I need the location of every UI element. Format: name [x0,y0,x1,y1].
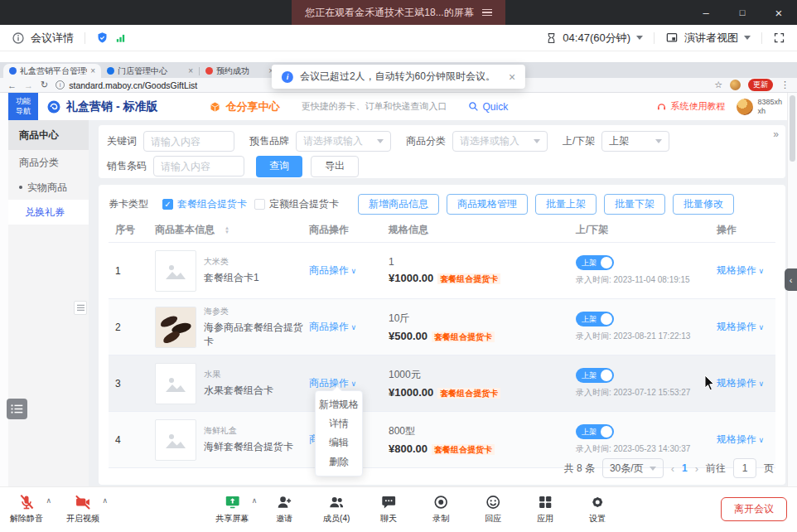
shelf-toggle[interactable]: 上架 [576,255,614,270]
meeting-titlebar: 您正在观看金禾通技术王斌18...的屏幕 [0,0,797,25]
view-mode-label[interactable]: 演讲者视图 [684,31,738,46]
shelf-toggle[interactable]: 上架 [576,368,614,383]
invite-button[interactable]: 邀请 [263,494,306,525]
browser-menu-icon[interactable]: ⋮ [780,80,790,90]
network-signal-icon[interactable] [114,32,127,44]
start-video-button[interactable]: 开启视频 [61,494,104,525]
scrollbar-thumb[interactable] [790,95,795,162]
close-button[interactable] [761,0,797,25]
batch-edit-button[interactable]: 批量修改 [673,194,734,215]
members-button[interactable]: 成员(4) [315,494,358,525]
brand-select[interactable]: 请选择或输入 [296,131,391,152]
view-mode-icon [665,31,679,44]
collapse-chevrons-icon[interactable] [773,128,777,140]
back-icon[interactable]: ← [7,80,17,90]
sidebar-collapse-handle[interactable] [74,301,87,315]
barcode-input[interactable] [153,156,244,177]
batch-on-shelf-button[interactable]: 批量上架 [535,194,597,215]
spec-op-dropdown[interactable]: 规格操作 [717,377,764,389]
spec-op-dropdown[interactable]: 规格操作 [717,433,764,445]
sidebar-item-physical-goods[interactable]: 实物商品 [8,175,89,200]
spec-op-dropdown[interactable]: 规格操作 [717,264,764,276]
menu-item-edit[interactable]: 编辑 [316,433,362,452]
shelf-toggle[interactable]: 上架 [576,312,614,326]
maximize-button[interactable] [724,0,761,25]
browser-update-badge[interactable]: 更新 [748,79,773,91]
share-options-caret[interactable] [252,496,258,505]
fixed-card-checkbox-label[interactable]: 定额组合提货卡 [269,197,339,211]
unmute-button[interactable]: 解除静音 [5,494,48,525]
page-size-select[interactable]: 30条/页 [602,458,664,478]
current-page[interactable]: 1 [682,462,688,474]
tab-close-icon[interactable] [188,66,193,75]
record-button[interactable]: 录制 [419,494,462,525]
product-op-dropdown[interactable]: 商品操作 [309,321,356,332]
meeting-header: 会议详情 04:47(60分钟) 演讲者视图 [0,25,797,51]
reaction-button[interactable]: 回应 [471,494,514,525]
category-select[interactable]: 请选择或输入 [452,131,548,152]
share-screen-button[interactable]: 共享屏幕 [210,494,254,525]
refresh-icon[interactable]: ↻ [41,80,48,90]
product-op-dropdown[interactable]: 商品操作 [309,377,356,389]
goto-page-input[interactable] [733,458,756,478]
product-photo [155,307,196,348]
security-shield-icon[interactable] [96,31,109,44]
prev-page-button[interactable] [671,462,674,475]
browser-tab-booking[interactable]: 预约成功 [200,64,279,78]
row-no: 1 [109,265,155,277]
settings-button[interactable]: 设置 [576,494,619,525]
tutorial-link[interactable]: 系统使用教程 [656,100,725,113]
mic-options-caret[interactable] [46,496,51,505]
sidebar-item-gift-coupons[interactable]: 兑换礼券 [8,200,89,225]
product-op-dropdown[interactable]: 商品操作 [309,264,356,276]
spec-manage-button[interactable]: 商品规格管理 [447,194,528,215]
chat-button[interactable]: 聊天 [367,494,410,525]
menu-item-add-spec[interactable]: 新增规格 [316,395,362,414]
video-options-caret[interactable] [102,496,108,505]
sort-icon[interactable]: ▲▼ [225,226,229,235]
combo-card-checkbox-label[interactable]: 套餐组合提货卡 [177,197,247,211]
product-category: 海鲜礼盒 [204,425,293,437]
user-box[interactable]: 8385xhxh [737,98,782,116]
spec-op-dropdown[interactable]: 规格操作 [717,321,764,332]
bookmark-star-icon[interactable]: ☆ [714,80,722,90]
keyword-input[interactable] [143,131,234,152]
floating-list-tool[interactable] [7,399,27,419]
shelf-select[interactable]: 上架 [601,131,669,152]
right-expand-handle[interactable] [785,268,797,291]
fixed-card-checkbox[interactable] [254,199,265,210]
meeting-details-label[interactable]: 会议详情 [31,31,74,46]
export-button[interactable]: 导出 [311,156,359,177]
menu-item-delete[interactable]: 删除 [316,452,362,472]
apps-button[interactable]: 应用 [524,494,567,525]
quick-search-link[interactable]: Quick [468,101,508,113]
share-center-link[interactable]: 仓分享中心 [209,99,279,114]
timer-dropdown-caret[interactable] [636,36,643,40]
nav-toggle-button[interactable]: 功能 导航 [8,93,38,120]
view-dropdown-caret[interactable] [744,36,751,40]
add-product-button[interactable]: 新增商品信息 [358,194,439,215]
search-button[interactable]: 查询 [256,156,302,177]
forward-icon[interactable]: → [24,80,33,90]
browser-tab-store-admin[interactable]: 门店管理中心 [101,64,199,78]
site-info-icon[interactable] [56,80,65,89]
category-filter-label: 商品分类 [406,134,446,148]
barcode-label: 销售条码 [107,159,147,173]
fullscreen-icon[interactable] [773,31,785,44]
shelf-toggle[interactable]: 上架 [576,424,614,439]
sidebar-item-categories[interactable]: 商品分类 [8,150,89,175]
next-page-button[interactable] [695,462,698,475]
tab-close-icon[interactable] [90,66,95,75]
batch-off-shelf-button[interactable]: 批量下架 [604,194,665,215]
url-text: standard.maboy.cn/GoodsGiftList [69,80,197,90]
card-type-tag: 套餐组合提货卡 [432,444,495,455]
browser-profile-avatar[interactable] [730,80,741,90]
browser-tab-gift-admin[interactable]: 礼盒营销平台管理中... [3,64,101,78]
combo-card-checkbox[interactable] [162,199,173,210]
menu-item-details[interactable]: 详情 [316,414,362,433]
notification-close-icon[interactable] [509,70,515,84]
leave-meeting-button[interactable]: 离开会议 [721,497,787,521]
minimize-button[interactable] [688,0,724,25]
banner-menu-icon[interactable] [482,9,492,17]
table-row: 1 大米类套餐组合卡1 商品操作 1¥1000.00套餐组合提货卡 上架录入时间… [109,243,775,299]
